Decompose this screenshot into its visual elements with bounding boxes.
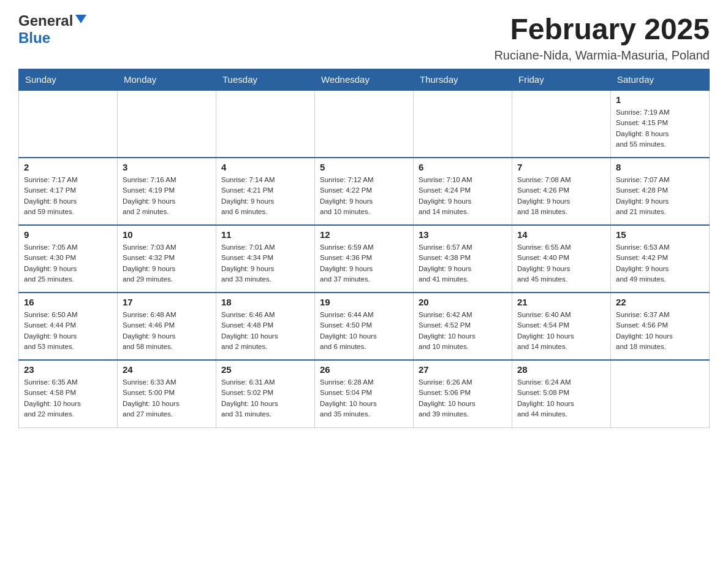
calendar-cell: 2Sunrise: 7:17 AMSunset: 4:17 PMDaylight… [19,158,118,225]
day-number: 9 [24,229,112,240]
calendar-cell [512,90,611,158]
day-number: 7 [517,162,605,172]
title-section: February 2025 Ruciane-Nida, Warmia-Masur… [494,12,710,63]
day-info: Sunrise: 7:01 AMSunset: 4:34 PMDaylight:… [221,242,309,285]
day-info: Sunrise: 6:28 AMSunset: 5:04 PMDaylight:… [320,377,408,419]
calendar-cell: 24Sunrise: 6:33 AMSunset: 5:00 PMDayligh… [118,360,216,427]
day-info: Sunrise: 7:05 AMSunset: 4:30 PMDaylight:… [24,242,112,285]
day-number: 6 [419,162,507,172]
calendar-cell: 20Sunrise: 6:42 AMSunset: 4:52 PMDayligh… [414,293,512,360]
day-number: 8 [616,162,704,172]
weekday-header-friday: Friday [512,69,611,91]
weekday-header-saturday: Saturday [611,69,710,91]
logo-general-text: General [18,12,73,29]
calendar-cell: 25Sunrise: 6:31 AMSunset: 5:02 PMDayligh… [216,360,315,427]
day-number: 22 [616,297,704,307]
calendar-cell: 17Sunrise: 6:48 AMSunset: 4:46 PMDayligh… [118,293,216,360]
day-info: Sunrise: 6:40 AMSunset: 4:54 PMDaylight:… [517,310,605,352]
calendar-cell: 18Sunrise: 6:46 AMSunset: 4:48 PMDayligh… [216,293,315,360]
day-number: 5 [320,162,408,172]
day-number: 1 [616,94,704,105]
calendar-cell: 14Sunrise: 6:55 AMSunset: 4:40 PMDayligh… [512,225,611,293]
day-info: Sunrise: 7:19 AMSunset: 4:15 PMDaylight:… [616,107,704,150]
day-info: Sunrise: 6:35 AMSunset: 4:58 PMDaylight:… [24,377,112,419]
calendar-cell [216,90,315,158]
calendar-cell: 3Sunrise: 7:16 AMSunset: 4:19 PMDaylight… [118,158,216,225]
calendar-week-0: 1Sunrise: 7:19 AMSunset: 4:15 PMDaylight… [19,90,710,158]
day-number: 24 [123,364,211,375]
day-number: 17 [123,297,211,307]
day-number: 2 [24,162,112,172]
day-number: 19 [320,297,408,307]
day-number: 13 [419,229,507,240]
weekday-header-thursday: Thursday [414,69,512,91]
day-info: Sunrise: 7:10 AMSunset: 4:24 PMDaylight:… [419,175,507,217]
weekday-header-sunday: Sunday [19,69,118,91]
day-info: Sunrise: 6:31 AMSunset: 5:02 PMDaylight:… [221,377,309,419]
weekday-header-monday: Monday [118,69,216,91]
day-number: 28 [517,364,605,375]
day-info: Sunrise: 6:55 AMSunset: 4:40 PMDaylight:… [517,242,605,285]
calendar-cell [611,360,710,427]
day-info: Sunrise: 7:07 AMSunset: 4:28 PMDaylight:… [616,175,704,217]
day-number: 15 [616,229,704,240]
day-number: 16 [24,297,112,307]
day-info: Sunrise: 6:24 AMSunset: 5:08 PMDaylight:… [517,377,605,419]
day-info: Sunrise: 6:59 AMSunset: 4:36 PMDaylight:… [320,242,408,285]
weekday-header-wednesday: Wednesday [315,69,414,91]
calendar-cell: 11Sunrise: 7:01 AMSunset: 4:34 PMDayligh… [216,225,315,293]
calendar-week-1: 2Sunrise: 7:17 AMSunset: 4:17 PMDaylight… [19,158,710,225]
day-info: Sunrise: 6:57 AMSunset: 4:38 PMDaylight:… [419,242,507,285]
calendar-week-3: 16Sunrise: 6:50 AMSunset: 4:44 PMDayligh… [19,293,710,360]
day-number: 14 [517,229,605,240]
calendar-cell: 27Sunrise: 6:26 AMSunset: 5:06 PMDayligh… [414,360,512,427]
logo-blue-text: Blue [18,29,50,47]
location-title: Ruciane-Nida, Warmia-Masuria, Poland [494,48,710,63]
day-info: Sunrise: 7:14 AMSunset: 4:21 PMDaylight:… [221,175,309,217]
day-info: Sunrise: 6:44 AMSunset: 4:50 PMDaylight:… [320,310,408,352]
calendar-table: SundayMondayTuesdayWednesdayThursdayFrid… [18,69,710,428]
calendar-cell: 8Sunrise: 7:07 AMSunset: 4:28 PMDaylight… [611,158,710,225]
logo-triangle-icon [75,15,86,23]
calendar-cell: 12Sunrise: 6:59 AMSunset: 4:36 PMDayligh… [315,225,414,293]
day-info: Sunrise: 7:16 AMSunset: 4:19 PMDaylight:… [123,175,211,217]
day-number: 4 [221,162,309,172]
day-info: Sunrise: 6:33 AMSunset: 5:00 PMDaylight:… [123,377,211,419]
calendar-cell: 28Sunrise: 6:24 AMSunset: 5:08 PMDayligh… [512,360,611,427]
calendar-cell: 15Sunrise: 6:53 AMSunset: 4:42 PMDayligh… [611,225,710,293]
calendar-cell [315,90,414,158]
day-number: 27 [419,364,507,375]
calendar-cell: 1Sunrise: 7:19 AMSunset: 4:15 PMDaylight… [611,90,710,158]
day-number: 23 [24,364,112,375]
calendar-cell: 6Sunrise: 7:10 AMSunset: 4:24 PMDaylight… [414,158,512,225]
calendar-cell: 7Sunrise: 7:08 AMSunset: 4:26 PMDaylight… [512,158,611,225]
calendar-cell: 16Sunrise: 6:50 AMSunset: 4:44 PMDayligh… [19,293,118,360]
logo: General Blue [18,12,86,47]
day-info: Sunrise: 7:17 AMSunset: 4:17 PMDaylight:… [24,175,112,217]
calendar-cell: 4Sunrise: 7:14 AMSunset: 4:21 PMDaylight… [216,158,315,225]
day-info: Sunrise: 7:03 AMSunset: 4:32 PMDaylight:… [123,242,211,285]
calendar-week-4: 23Sunrise: 6:35 AMSunset: 4:58 PMDayligh… [19,360,710,427]
calendar-cell: 26Sunrise: 6:28 AMSunset: 5:04 PMDayligh… [315,360,414,427]
calendar-cell: 19Sunrise: 6:44 AMSunset: 4:50 PMDayligh… [315,293,414,360]
day-number: 3 [123,162,211,172]
day-number: 11 [221,229,309,240]
day-number: 10 [123,229,211,240]
day-info: Sunrise: 7:08 AMSunset: 4:26 PMDaylight:… [517,175,605,217]
calendar-cell: 22Sunrise: 6:37 AMSunset: 4:56 PMDayligh… [611,293,710,360]
day-info: Sunrise: 6:46 AMSunset: 4:48 PMDaylight:… [221,310,309,352]
day-number: 12 [320,229,408,240]
calendar-cell: 21Sunrise: 6:40 AMSunset: 4:54 PMDayligh… [512,293,611,360]
day-number: 25 [221,364,309,375]
weekday-header-row: SundayMondayTuesdayWednesdayThursdayFrid… [19,69,710,91]
day-number: 18 [221,297,309,307]
day-info: Sunrise: 6:50 AMSunset: 4:44 PMDaylight:… [24,310,112,352]
day-number: 20 [419,297,507,307]
month-title: February 2025 [494,12,710,46]
day-number: 26 [320,364,408,375]
calendar-cell: 5Sunrise: 7:12 AMSunset: 4:22 PMDaylight… [315,158,414,225]
day-info: Sunrise: 6:26 AMSunset: 5:06 PMDaylight:… [419,377,507,419]
weekday-header-tuesday: Tuesday [216,69,315,91]
calendar-cell: 10Sunrise: 7:03 AMSunset: 4:32 PMDayligh… [118,225,216,293]
calendar-cell [118,90,216,158]
